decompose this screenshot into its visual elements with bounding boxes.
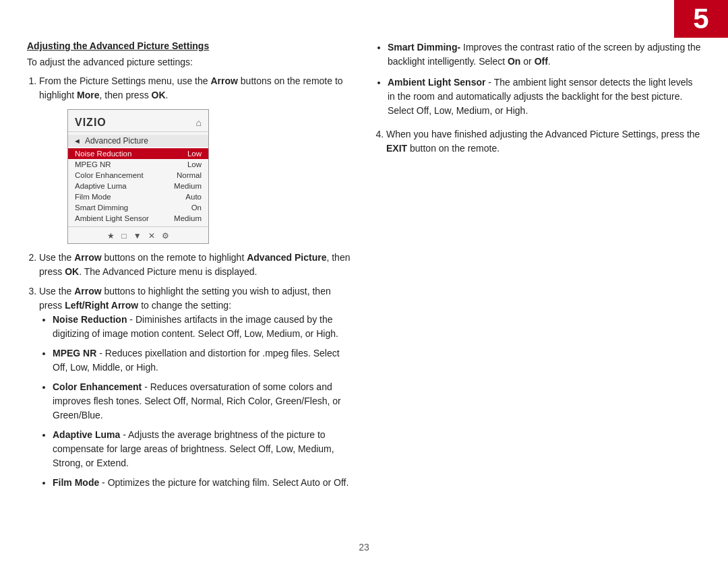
intro-text: To adjust the advanced picture settings: bbox=[27, 57, 354, 67]
tv-row-value: Auto bbox=[185, 193, 202, 201]
tv-row-label: Color Enhancement bbox=[75, 171, 144, 179]
bullet-smart-dimming: Smart Dimming- Improves the contrast rat… bbox=[388, 40, 701, 69]
tv-menu-row: Film ModeAuto bbox=[68, 191, 208, 202]
tv-row-label: Ambient Light Sensor bbox=[75, 214, 149, 222]
right-bullets: Smart Dimming- Improves the contrast rat… bbox=[374, 40, 701, 118]
tv-menu-title-text: Advanced Picture bbox=[85, 136, 148, 146]
bullet-adaptive-luma: Adaptive Luma - Adjusts the average brig… bbox=[53, 428, 354, 470]
tv-row-value: Medium bbox=[174, 182, 202, 190]
tv-row-value: Normal bbox=[177, 171, 202, 179]
bullet-noise-reduction: Noise Reduction - Diminishes artifacts i… bbox=[53, 313, 354, 341]
tv-menu-row: Smart DimmingOn bbox=[68, 202, 208, 213]
tv-bottom-button: ★ bbox=[107, 231, 115, 241]
bullet-color-enhancement: Color Enhancement - Reduces oversaturati… bbox=[53, 380, 354, 423]
bullet-ambient-light: Ambient Light Sensor - The ambient light… bbox=[388, 75, 701, 118]
step4-list: When you have finished adjusting the Adv… bbox=[374, 127, 701, 156]
tv-screen-mock: VIZIO ⌂ ◄ Advanced Picture Noise Reducti… bbox=[67, 109, 209, 244]
tv-menu-title: ◄ Advanced Picture bbox=[68, 135, 208, 147]
section-heading: Adjusting the Advanced Picture Settings bbox=[27, 40, 354, 51]
tv-menu-row: Noise ReductionLow bbox=[68, 148, 208, 159]
settings-bullets: Noise Reduction - Diminishes artifacts i… bbox=[39, 313, 354, 490]
footer-page-number: 23 bbox=[359, 542, 369, 553]
tv-menu-row: Color EnhancementNormal bbox=[68, 170, 208, 181]
step-3: Use the Arrow buttons to highlight the s… bbox=[39, 284, 354, 490]
bullet-film-mode: Film Mode - Optimizes the picture for wa… bbox=[53, 476, 354, 490]
steps-list: From the Picture Settings menu, use the … bbox=[27, 74, 354, 102]
tv-header: VIZIO ⌂ bbox=[68, 114, 208, 132]
tv-row-value: Low bbox=[187, 150, 202, 158]
tv-menu-rows: Noise ReductionLowMPEG NRLowColor Enhanc… bbox=[68, 148, 208, 224]
tv-bottom-button: □ bbox=[121, 231, 126, 241]
tv-logo: VIZIO bbox=[75, 117, 107, 129]
left-column: Adjusting the Advanced Picture Settings … bbox=[27, 40, 354, 535]
right-column: Smart Dimming- Improves the contrast rat… bbox=[374, 40, 701, 535]
tv-row-value: Medium bbox=[174, 214, 202, 222]
tv-bottom-button: ✕ bbox=[148, 231, 155, 241]
step-4: When you have finished adjusting the Adv… bbox=[386, 127, 701, 156]
chapter-number: 5 bbox=[693, 3, 708, 35]
tv-row-value: On bbox=[191, 204, 202, 212]
tv-bottom-button: ▼ bbox=[133, 231, 142, 241]
bullet-mpeg-nr: MPEG NR - Reduces pixellation and distor… bbox=[53, 346, 354, 375]
tv-menu-row: MPEG NRLow bbox=[68, 159, 208, 170]
tv-row-label: MPEG NR bbox=[75, 160, 111, 168]
tv-row-label: Film Mode bbox=[75, 193, 111, 201]
tv-row-label: Noise Reduction bbox=[75, 150, 131, 158]
main-content: Adjusting the Advanced Picture Settings … bbox=[27, 40, 701, 535]
tv-bottom-button: ⚙ bbox=[162, 231, 169, 241]
tv-row-label: Adaptive Luma bbox=[75, 182, 127, 190]
step-1: From the Picture Settings menu, use the … bbox=[39, 74, 354, 102]
tv-row-value: Low bbox=[187, 160, 202, 168]
tv-row-label: Smart Dimming bbox=[75, 204, 128, 212]
tv-menu-row: Ambient Light SensorMedium bbox=[68, 213, 208, 224]
tv-menu-row: Adaptive LumaMedium bbox=[68, 181, 208, 191]
page-number-bar: 5 bbox=[674, 0, 728, 38]
steps-list-2: Use the Arrow buttons on the remote to h… bbox=[27, 251, 354, 490]
back-arrow-icon: ◄ bbox=[73, 137, 81, 145]
home-icon: ⌂ bbox=[196, 117, 202, 128]
tv-bottom-bar: ★□▼✕⚙ bbox=[68, 226, 208, 243]
step-2: Use the Arrow buttons on the remote to h… bbox=[39, 251, 354, 279]
